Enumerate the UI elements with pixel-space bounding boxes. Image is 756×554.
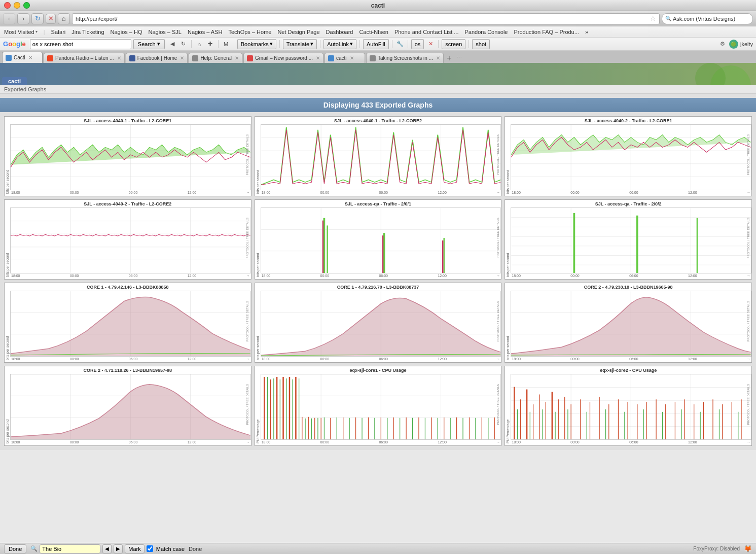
- tab-close-pandora[interactable]: ✕: [117, 55, 121, 61]
- toolbar-refresh-icon[interactable]: ↻: [179, 40, 188, 49]
- bookmark-production-faq[interactable]: Production FAQ – Produ...: [514, 29, 579, 35]
- google-search-label: Search: [138, 41, 156, 47]
- tab-overflow-button[interactable]: ⋯: [457, 54, 462, 60]
- tab-close-gmail[interactable]: ✕: [316, 55, 320, 61]
- minimize-button[interactable]: [14, 2, 20, 9]
- bookmark-jira[interactable]: Jira Ticketing: [71, 29, 104, 35]
- shot-search-button[interactable]: shot: [472, 39, 490, 49]
- tab-label-cacti: Cacti: [14, 55, 25, 60]
- tab-help[interactable]: Help: General ✕: [189, 53, 242, 63]
- refresh-button[interactable]: ↻: [31, 13, 44, 24]
- exported-graphs-breadcrumb: Exported Graphs: [4, 86, 46, 92]
- toolbar-divider-7: [392, 40, 392, 48]
- bookmark-most-visited[interactable]: Most Visited ▾: [4, 29, 38, 35]
- graph-card-5[interactable]: SJL - access-qa - Traffic - 2/0/1 bits p…: [255, 199, 502, 280]
- graph-card-12[interactable]: eqx-sjl-core2 - CPU Usage PU Percentage: [505, 366, 752, 446]
- translate-arrow-icon: ▾: [310, 41, 313, 47]
- screen-search-button[interactable]: screen: [442, 39, 465, 49]
- graph-card-2[interactable]: SJL - access-4040-1 - Traffic - L2-CORE2…: [255, 116, 502, 196]
- graph-x-axis-2: 18:0000:0006:0012:00→: [261, 190, 501, 195]
- toolbar-add-icon[interactable]: ✚: [206, 40, 215, 49]
- bookmark-star-icon[interactable]: ☆: [650, 15, 656, 22]
- find-done-button[interactable]: Done: [4, 544, 26, 553]
- graph-x-axis-10: 18:0000:0006:0012:00→: [10, 440, 251, 444]
- tab-close-screenshots[interactable]: ✕: [436, 55, 440, 61]
- bookmarks-bar: Most Visited ▾ | Safari Jira Ticketing N…: [0, 26, 756, 38]
- graph-title-2: SJL - access-4040-1 - Traffic - L2-CORE2: [255, 117, 501, 124]
- cacti-tab[interactable]: cacti: [2, 77, 27, 85]
- graph-card-8[interactable]: CORE 1 - 4.79.216.70 - L3-BBBK88737 bits…: [255, 283, 502, 363]
- back-button[interactable]: ‹: [3, 13, 15, 24]
- graph-title-10: CORE 2 - 4.71.118.26 - L3-BBBN19657-98: [5, 366, 251, 374]
- graph-card-11[interactable]: eqx-sjl-core1 - CPU Usage PU Percentage: [255, 366, 502, 446]
- toolbar-arrow-icon[interactable]: ◀: [168, 40, 177, 49]
- bookmark-safari[interactable]: Safari: [51, 29, 66, 35]
- tab-cacti2[interactable]: cacti ✕: [325, 53, 365, 63]
- tab-close-cacti[interactable]: ✕: [28, 55, 32, 60]
- tab-close-help[interactable]: ✕: [235, 55, 239, 61]
- content-area[interactable]: cacti Exported Graphs Displaying 433 Exp…: [0, 63, 756, 543]
- tab-close-facebook[interactable]: ✕: [180, 55, 184, 61]
- match-case-checkbox[interactable]: [147, 545, 153, 552]
- tabs-bar: Cacti ✕ Pandora Radio – Listen ... ✕ Fac…: [0, 51, 756, 63]
- graph-card-7[interactable]: CORE 1 - 4.79.42.146 - L3-BBBK88858 bits…: [4, 283, 251, 363]
- toolbar-mail-icon[interactable]: M: [222, 40, 231, 49]
- bookmark-phone[interactable]: Phone and Contact List ...: [394, 29, 459, 35]
- google-search-input[interactable]: [30, 39, 131, 49]
- google-search-button[interactable]: Search ▾: [133, 39, 165, 49]
- tab-label-pandora: Pandora Radio – Listen ...: [55, 55, 114, 61]
- find-mark-button[interactable]: Mark: [125, 544, 144, 553]
- find-prev-button[interactable]: ◀: [102, 544, 112, 553]
- bookmark-techops[interactable]: TechOps – Home: [228, 29, 271, 35]
- toolbar-x-icon[interactable]: ✕: [426, 40, 435, 49]
- graph-card-6[interactable]: SJL - access-qa - Traffic - 2/0/2 bits p…: [505, 199, 752, 280]
- bookmark-nagios-ash[interactable]: Nagios – ASH: [188, 29, 222, 35]
- bookmark-overflow[interactable]: »: [585, 29, 588, 35]
- toolbar-home-icon[interactable]: ⌂: [195, 40, 204, 49]
- find-icon: 🔍: [30, 545, 38, 552]
- translate-button[interactable]: Translate ▾: [283, 39, 317, 49]
- tab-close-cacti2[interactable]: ✕: [350, 55, 354, 61]
- tab-cacti[interactable]: Cacti ✕: [2, 52, 43, 63]
- home-button[interactable]: ⌂: [58, 13, 70, 24]
- new-tab-button[interactable]: +: [445, 54, 454, 63]
- graph-side-label-5: PROTOCOL / TREE DETAILS: [496, 218, 500, 258]
- tab-favicon-cacti: [6, 55, 12, 61]
- graph-card-1[interactable]: SJL - access-4040-1 - Traffic - L2-CORE1…: [4, 116, 251, 196]
- find-next-button[interactable]: ▶: [114, 544, 123, 553]
- settings-icon[interactable]: ⚙: [718, 40, 727, 49]
- tab-facebook[interactable]: Facebook | Home ✕: [126, 53, 188, 63]
- autolink-button[interactable]: AutoLink ▾: [323, 39, 356, 49]
- graph-card-4[interactable]: SJL - access-4040-2 - Traffic - L2-CORE2…: [4, 199, 251, 280]
- maximize-button[interactable]: [23, 2, 30, 9]
- bookmark-dashboard[interactable]: Dashboard: [326, 29, 353, 35]
- graph-x-axis-4: 18:0000:0006:0012:00→: [10, 273, 251, 278]
- avatar: 🟢: [729, 40, 738, 49]
- tab-pandora[interactable]: Pandora Radio – Listen ... ✕: [44, 53, 125, 63]
- autofill-button[interactable]: AutoFill: [363, 39, 389, 49]
- bookmark-cacti-nfsen[interactable]: Cacti-Nfsen: [359, 29, 388, 35]
- tab-screenshots[interactable]: Taking Screenshots in ... ✕: [366, 53, 444, 63]
- close-button[interactable]: [4, 2, 11, 9]
- stop-button[interactable]: ✕: [46, 14, 56, 24]
- bookmark-pandora[interactable]: Pandora Console: [464, 29, 508, 35]
- translate-label: Translate: [286, 41, 309, 47]
- tab-gmail[interactable]: Gmail – New password ... ✕: [243, 53, 323, 63]
- bookmark-nagios-sjl[interactable]: Nagios – SJL: [149, 29, 182, 35]
- address-bar[interactable]: http://pan/export/ ☆: [72, 13, 660, 24]
- graph-card-3[interactable]: SJL - access-4040-2 - Traffic - L2-CORE1…: [505, 116, 752, 196]
- bookmark-nagios-hq[interactable]: Nagios – HQ: [111, 29, 142, 35]
- forward-button[interactable]: ›: [17, 13, 29, 24]
- graph-side-label-6: PROTOCOL / TREE DETAILS: [747, 218, 750, 258]
- bookmarks-button[interactable]: Bookmarks ▾: [237, 39, 276, 49]
- os-search-button[interactable]: os: [411, 39, 424, 49]
- search-bar[interactable]: 🔍 Ask.com (Virtus Designs): [662, 13, 753, 24]
- bookmark-netdesign[interactable]: Net Design Page: [277, 29, 319, 35]
- graph-card-9[interactable]: CORE 2 - 4.79.238.18 - L3-BBBN19665-98 b…: [505, 283, 752, 363]
- find-input[interactable]: [40, 544, 100, 553]
- graph-card-10[interactable]: CORE 2 - 4.71.118.26 - L3-BBBN19657-98 b…: [4, 366, 251, 446]
- toolbar-wrench-icon[interactable]: 🔧: [395, 40, 405, 49]
- graph-area-8: [261, 291, 501, 357]
- page-title: Displaying 433 Exported Graphs: [323, 101, 433, 109]
- toolbar-divider-1: [191, 40, 192, 48]
